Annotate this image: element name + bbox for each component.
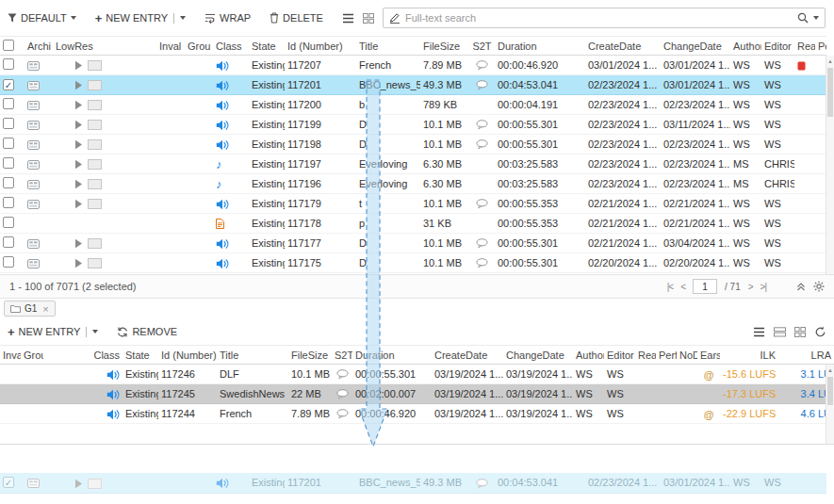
row-checkbox[interactable]: ✓	[3, 477, 14, 488]
settings-button[interactable]	[813, 281, 825, 292]
page-number-input[interactable]	[693, 279, 717, 294]
wrap-toggle[interactable]: WRAP	[204, 12, 251, 24]
media-row[interactable]: Existing117178p31 KB00:00:55.35302/21/20…	[0, 214, 826, 234]
column-header-lowres[interactable]: LowRes	[53, 37, 156, 56]
new-entry-button[interactable]: + NEW ENTRY	[95, 12, 186, 24]
row-checkbox[interactable]	[3, 157, 14, 169]
media-row[interactable]: Existing117175D10.1 MB00:00:55.30102/20/…	[0, 253, 826, 273]
next-page-button[interactable]: >	[748, 282, 753, 292]
play-icon[interactable]	[74, 179, 83, 189]
media-row[interactable]: ♪Existing117196Everloving6.30 MB00:03:25…	[0, 174, 826, 194]
row-checkbox[interactable]	[3, 58, 14, 70]
scroll-up-icon[interactable]: ▲	[826, 56, 834, 65]
row-checkbox[interactable]	[3, 138, 14, 149]
play-icon[interactable]	[74, 100, 83, 110]
tab-close-button[interactable]: ×	[42, 303, 48, 315]
media-row[interactable]: Existing117198D10.1 MB00:00:55.30102/23/…	[0, 135, 826, 154]
column-header-ilk[interactable]: ILK	[720, 346, 778, 365]
filter-default-button[interactable]: DEFAULT	[8, 12, 76, 24]
column-header-id[interactable]: Id (Number)	[285, 37, 356, 56]
column-header-grou[interactable]: Grou	[21, 346, 43, 365]
column-header-author[interactable]: Author	[573, 346, 604, 365]
column-header-state[interactable]: State	[123, 346, 158, 365]
column-header-title[interactable]: Title	[356, 37, 420, 56]
row-checkbox[interactable]	[3, 118, 14, 129]
column-header-editor[interactable]: Editor	[761, 37, 794, 56]
refresh-button[interactable]	[814, 326, 826, 338]
column-header-inval[interactable]: Inval	[0, 346, 21, 365]
grid-view-button[interactable]	[794, 327, 806, 337]
media-row[interactable]: Existing117179t10.1 MB00:00:55.35302/21/…	[0, 194, 826, 214]
media-row[interactable]: ♪Existing117197Everloving6.30 MB00:03:25…	[0, 154, 826, 174]
column-header-id[interactable]: Id (Number)	[158, 346, 217, 365]
media-row[interactable]: Existing117177D10.1 MB00:00:55.30102/21/…	[0, 234, 826, 253]
column-header-read[interactable]: Read	[635, 346, 656, 365]
play-icon[interactable]	[74, 258, 83, 268]
column-header-perfe[interactable]: Perfe	[815, 37, 826, 56]
group-row[interactable]: Existing117246DLF10.1 MB00:00:55.30103/1…	[0, 365, 834, 384]
group-row[interactable]: Existing117244French7.89 MB00:00:46.9200…	[0, 404, 834, 424]
column-header-created[interactable]: CreateDate	[585, 37, 661, 56]
group-row[interactable]: Existing117245SwedishNews22 MB00:02:00.0…	[0, 384, 834, 404]
column-header-ears[interactable]: Ears	[697, 346, 720, 365]
scrollbar-thumb[interactable]	[827, 68, 833, 117]
column-header-read[interactable]: Read	[794, 37, 815, 56]
column-header-author[interactable]: Author	[730, 37, 761, 56]
search-options-caret[interactable]	[813, 16, 819, 20]
column-header-perfe[interactable]: Perfe	[656, 346, 677, 365]
column-header-changed[interactable]: ChangeDate	[503, 346, 573, 365]
column-header-nodi[interactable]: NoDi	[677, 346, 697, 365]
row-checkbox[interactable]	[3, 177, 14, 188]
column-header-state[interactable]: State	[249, 37, 285, 56]
column-header-title[interactable]: Title	[217, 346, 288, 365]
row-checkbox[interactable]	[3, 217, 14, 228]
prev-page-button[interactable]: <	[680, 282, 685, 292]
drag-ghost[interactable]: ✓Existing117201BBC_news_5_49.3 MB00:04:5…	[0, 473, 826, 493]
column-header-editor[interactable]: Editor	[604, 346, 635, 365]
media-row[interactable]: Existing117200b789 KB00:00:04.19102/23/2…	[0, 95, 826, 115]
column-header-changed[interactable]: ChangeDate	[661, 37, 730, 56]
play-icon[interactable]	[74, 199, 83, 209]
collapse-panel-button[interactable]	[796, 283, 806, 291]
remove-button[interactable]: REMOVE	[117, 326, 177, 337]
search-icon[interactable]	[797, 12, 809, 24]
scroll-up-icon[interactable]: ▲	[826, 365, 834, 374]
play-icon[interactable]	[74, 479, 83, 489]
group-new-entry-button[interactable]: + NEW ENTRY	[8, 326, 98, 337]
row-checkbox[interactable]	[3, 256, 14, 268]
play-icon[interactable]	[74, 139, 83, 150]
select-all-checkbox[interactable]	[3, 40, 14, 51]
grid-view-button[interactable]	[363, 13, 374, 24]
play-icon[interactable]	[74, 159, 83, 170]
column-header-dur[interactable]: Duration	[495, 37, 585, 56]
list-view-button[interactable]	[342, 13, 354, 24]
column-header-sel[interactable]	[0, 37, 25, 56]
column-header-archi[interactable]: Archi	[25, 37, 53, 56]
column-header-created[interactable]: CreateDate	[432, 346, 503, 365]
delete-button[interactable]: DELETE	[270, 12, 323, 24]
column-header-grou[interactable]: Grou	[185, 37, 213, 56]
column-header-class[interactable]: Class	[213, 37, 249, 56]
play-icon[interactable]	[74, 120, 83, 130]
row-checkbox[interactable]	[3, 98, 14, 109]
media-row[interactable]: Existing117207French7.89 MB00:00:46.9200…	[0, 56, 826, 75]
row-checkbox[interactable]: ✓	[3, 79, 14, 90]
column-header-dur[interactable]: Duration	[352, 346, 432, 365]
play-icon[interactable]	[74, 238, 83, 249]
rows-view-button[interactable]	[774, 327, 786, 337]
last-page-button[interactable]: >|	[760, 282, 766, 292]
row-checkbox[interactable]	[3, 236, 14, 248]
media-row[interactable]: Existing117199D10.1 MB00:00:55.30102/23/…	[0, 115, 826, 135]
list-view-button[interactable]	[753, 327, 765, 337]
column-header-s2t[interactable]: S2T	[469, 37, 495, 56]
column-header-s2t[interactable]: S2T	[332, 346, 352, 365]
scrollbar-thumb[interactable]	[827, 377, 833, 405]
media-row[interactable]: ✓Existing117201BBC_news_5_49.3 MB00:04:5…	[0, 75, 826, 95]
play-icon[interactable]	[74, 80, 83, 90]
row-checkbox[interactable]	[3, 197, 14, 208]
vertical-scrollbar[interactable]: ▲	[826, 56, 834, 274]
group-tab[interactable]: G1 ×	[4, 301, 56, 317]
first-page-button[interactable]: |<	[667, 282, 673, 292]
column-header-lra[interactable]: LRA	[778, 346, 834, 365]
column-header-size[interactable]: FileSize	[420, 37, 469, 56]
